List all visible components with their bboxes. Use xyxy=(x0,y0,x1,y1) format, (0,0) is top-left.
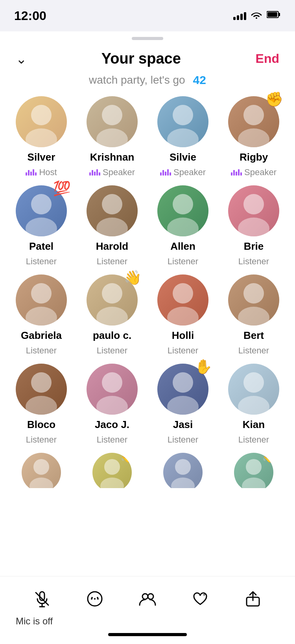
people-button[interactable] xyxy=(134,585,161,613)
svg-point-32 xyxy=(167,396,199,415)
svg-point-13 xyxy=(102,194,122,214)
toolbar: + Mic is off xyxy=(0,576,295,644)
toolbar-buttons: + xyxy=(8,576,287,614)
participant-name: Patel xyxy=(29,240,53,252)
space-description: watch party, let's go xyxy=(89,74,185,86)
partial-listener-cell[interactable] xyxy=(8,453,75,488)
participant-role: Speaker xyxy=(231,167,277,177)
svg-point-53 xyxy=(98,598,98,598)
participant-name: Silvie xyxy=(170,151,196,163)
participant-name: Bloco xyxy=(27,419,55,431)
share-button[interactable] xyxy=(239,585,267,613)
participant-name: Allen xyxy=(170,240,195,252)
listener-cell[interactable]: Kian Listener xyxy=(220,364,287,445)
svg-point-38 xyxy=(100,478,124,488)
listener-cell[interactable]: Gabriela Listener xyxy=(8,274,75,356)
participant-role: Listener xyxy=(26,256,57,267)
svg-point-31 xyxy=(173,372,193,393)
speaker-cell[interactable]: Silvie Speaker xyxy=(149,96,216,177)
home-indicator xyxy=(108,633,187,636)
participant-name: Rigby xyxy=(240,151,268,163)
svg-point-41 xyxy=(246,459,262,475)
svg-point-6 xyxy=(96,128,128,147)
svg-point-33 xyxy=(243,372,264,393)
svg-point-8 xyxy=(167,128,199,147)
listener-cell[interactable]: 💯 Patel Listener xyxy=(8,185,75,267)
participant-role: Speaker xyxy=(160,167,206,177)
listeners-grid: 💯 Patel Listener Harold Listener xyxy=(8,185,287,453)
collapse-button[interactable]: ⌄ xyxy=(16,51,27,67)
listener-cell[interactable]: Bert Listener xyxy=(220,274,287,356)
svg-point-9 xyxy=(243,105,264,125)
svg-point-37 xyxy=(104,459,120,475)
reactions-button[interactable] xyxy=(81,585,109,613)
participant-role: Speaker xyxy=(89,167,135,177)
listener-cell[interactable]: Harold Listener xyxy=(79,185,146,267)
page-title: Your space xyxy=(101,50,181,67)
svg-point-4 xyxy=(26,128,57,147)
svg-point-57 xyxy=(142,594,148,599)
participant-role: Listener xyxy=(97,435,127,445)
svg-point-36 xyxy=(30,478,53,488)
subtitle-row: watch party, let's go 42 xyxy=(0,71,295,96)
content-area: Silver Host Krish xyxy=(0,96,295,488)
participant-role: Listener xyxy=(238,256,269,267)
partial-row: 👋 👋 xyxy=(8,453,287,488)
svg-point-35 xyxy=(33,459,49,475)
svg-point-40 xyxy=(171,478,195,488)
listener-cell[interactable]: Allen Listener xyxy=(149,185,216,267)
partial-listener-cell[interactable]: 👋 xyxy=(220,453,287,488)
speaker-cell[interactable]: ✊ Rigby Speaker xyxy=(220,96,287,177)
listener-cell[interactable]: 👋 paulo c. Listener xyxy=(79,274,146,356)
svg-point-56 xyxy=(97,598,99,600)
listener-cell[interactable]: Holli Listener xyxy=(149,274,216,356)
speaker-cell[interactable]: Silver Host xyxy=(8,96,75,177)
wifi-icon xyxy=(251,10,262,21)
listener-cell[interactable]: Brie Listener xyxy=(220,185,287,267)
svg-point-5 xyxy=(102,105,122,125)
header: ⌄ Your space End xyxy=(0,42,295,71)
svg-point-23 xyxy=(173,283,193,304)
battery-icon xyxy=(267,11,281,21)
participant-name: Bert xyxy=(243,329,264,342)
participant-role: Host xyxy=(26,167,57,177)
svg-rect-2 xyxy=(267,12,277,17)
listener-cell[interactable]: Jaco J. Listener xyxy=(79,364,146,445)
svg-point-20 xyxy=(26,307,57,326)
svg-point-55 xyxy=(94,598,96,600)
svg-point-25 xyxy=(243,283,264,304)
svg-point-18 xyxy=(238,218,269,236)
participant-name: Jasi xyxy=(173,419,193,431)
partial-listener-cell[interactable]: 👋 xyxy=(79,453,146,488)
svg-point-26 xyxy=(238,307,269,326)
svg-point-21 xyxy=(102,283,122,304)
svg-point-17 xyxy=(243,194,264,214)
listener-cell[interactable]: ✋ Jasi Listener xyxy=(149,364,216,445)
status-time: 12:00 xyxy=(14,9,46,23)
svg-point-27 xyxy=(31,372,52,393)
participant-name: Holli xyxy=(172,329,194,342)
svg-point-52 xyxy=(92,598,92,598)
participant-role: Listener xyxy=(26,435,57,445)
participant-role: Listener xyxy=(168,256,198,267)
svg-point-15 xyxy=(173,194,193,214)
listener-cell[interactable]: Bloco Listener xyxy=(8,364,75,445)
status-bar: 12:00 xyxy=(0,0,295,31)
svg-point-7 xyxy=(173,105,193,125)
svg-point-29 xyxy=(102,372,122,393)
end-button[interactable]: End xyxy=(256,51,279,66)
svg-point-3 xyxy=(31,105,52,125)
partial-listener-cell[interactable] xyxy=(149,453,216,488)
like-button[interactable]: + xyxy=(186,585,214,613)
svg-rect-1 xyxy=(278,13,280,16)
mic-button[interactable] xyxy=(28,585,56,613)
participant-name: Gabriela xyxy=(21,329,62,342)
participant-role: Listener xyxy=(238,346,269,356)
svg-point-10 xyxy=(238,128,269,147)
speaker-cell[interactable]: Krishnan Speaker xyxy=(79,96,146,177)
signal-icon xyxy=(233,11,246,20)
svg-point-39 xyxy=(175,459,191,475)
participant-name: Jaco J. xyxy=(95,419,129,431)
listener-count: 42 xyxy=(193,73,206,87)
participant-name: Brie xyxy=(244,240,264,252)
